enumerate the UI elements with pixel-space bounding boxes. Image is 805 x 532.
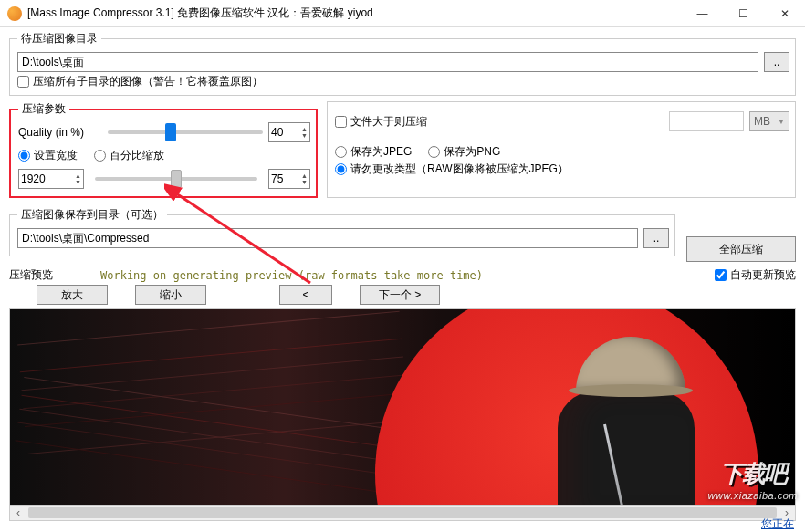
browse-source-button[interactable]: .. xyxy=(764,52,789,72)
size-filter-label: 文件大于则压缩 xyxy=(350,114,427,130)
radio-png-row[interactable]: 保存为PNG xyxy=(428,144,500,160)
watermark: 下载吧 www.xiazaiba.com xyxy=(708,458,798,501)
source-dir-legend: 待压缩图像目录 xyxy=(17,31,101,47)
radio-keep-label: 请勿更改类型（RAW图像将被压缩为JPEG） xyxy=(350,162,569,177)
percent-slider[interactable] xyxy=(95,177,257,181)
horizontal-scrollbar[interactable]: ‹ › xyxy=(9,505,796,521)
zoom-out-button[interactable]: 缩小 xyxy=(135,285,206,305)
percent-spinner[interactable]: 75 ▲▼ xyxy=(268,169,310,189)
quality-slider[interactable] xyxy=(108,130,263,134)
spinner-arrows-icon[interactable]: ▲▼ xyxy=(301,172,308,185)
subdirs-label: 压缩所有子目录的图像（警告！它将覆盖原图） xyxy=(33,74,263,89)
radio-png[interactable] xyxy=(428,146,440,158)
zoom-in-button[interactable]: 放大 xyxy=(37,285,108,305)
compress-all-button[interactable]: 全部压缩 xyxy=(686,236,796,262)
source-path-input[interactable] xyxy=(17,52,758,72)
output-dir-legend: 压缩图像保存到目录（可选） xyxy=(17,207,167,223)
radio-percent-row[interactable]: 百分比缩放 xyxy=(94,148,164,163)
subdirs-checkbox-row[interactable]: 压缩所有子目录的图像（警告！它将覆盖原图） xyxy=(17,74,789,89)
size-filter-input xyxy=(669,111,744,131)
radio-jpeg[interactable] xyxy=(335,146,347,158)
source-dir-group: 待压缩图像目录 .. 压缩所有子目录的图像（警告！它将覆盖原图） xyxy=(9,31,796,96)
quality-value: 40 xyxy=(271,126,283,139)
auto-update-label: 自动更新预览 xyxy=(730,267,796,283)
minimize-button[interactable]: — xyxy=(682,0,723,27)
spinner-arrows-icon[interactable]: ▲▼ xyxy=(301,126,308,139)
window-title: [Mass Image Compressor 3.1] 免费图像压缩软件 汉化：… xyxy=(27,5,682,21)
next-image-button[interactable]: 下一个 > xyxy=(360,285,440,305)
radio-png-label: 保存为PNG xyxy=(444,144,500,160)
radio-keep[interactable] xyxy=(335,163,347,175)
radio-keep-row[interactable]: 请勿更改类型（RAW图像将被压缩为JPEG） xyxy=(335,162,569,177)
subdirs-checkbox[interactable] xyxy=(17,76,29,88)
browse-output-button[interactable]: .. xyxy=(643,228,669,248)
compress-params-group: 压缩参数 Quality (in %) 40 ▲▼ 设置宽度 百分比缩放 xyxy=(9,101,318,198)
width-spinner[interactable]: 1920 ▲▼ xyxy=(18,169,84,189)
quality-spinner[interactable]: 40 ▲▼ xyxy=(268,122,310,142)
size-unit-select[interactable]: MB ▼ xyxy=(749,111,789,131)
scrollbar-thumb[interactable] xyxy=(28,507,777,518)
percent-value: 75 xyxy=(271,172,283,185)
output-dir-group: 压缩图像保存到目录（可选） .. xyxy=(9,207,675,256)
maximize-button[interactable]: ☐ xyxy=(723,0,764,27)
radio-set-width-row[interactable]: 设置宽度 xyxy=(18,148,78,163)
spinner-arrows-icon[interactable]: ▲▼ xyxy=(75,172,81,185)
scroll-left-button[interactable]: ‹ xyxy=(10,506,26,520)
params-legend: 压缩参数 xyxy=(18,101,69,117)
radio-percent-label: 百分比缩放 xyxy=(110,148,164,163)
close-button[interactable]: ✕ xyxy=(764,0,805,27)
size-filter-checkbox[interactable] xyxy=(335,116,347,128)
preview-group: 压缩预览 Working on generating preview (raw … xyxy=(9,266,796,520)
quality-label: Quality (in %) xyxy=(18,126,102,139)
width-value: 1920 xyxy=(21,172,46,185)
size-unit-label: MB xyxy=(754,115,770,128)
app-icon xyxy=(7,6,22,21)
watermark-logo: 下载吧 xyxy=(720,458,786,490)
output-path-input[interactable] xyxy=(17,228,638,248)
size-filter-row[interactable]: 文件大于则压缩 xyxy=(335,114,427,130)
output-options-group: 文件大于则压缩 MB ▼ 保存为JPEG 保存为PNG xyxy=(327,101,796,198)
radio-set-width[interactable] xyxy=(18,150,30,162)
watermark-url: www.xiazaiba.com xyxy=(708,490,798,501)
auto-update-checkbox[interactable] xyxy=(715,269,727,281)
chevron-down-icon: ▼ xyxy=(778,118,785,126)
footer-link[interactable]: 您正在 xyxy=(761,516,794,532)
prev-image-button[interactable]: < xyxy=(279,285,332,305)
radio-jpeg-row[interactable]: 保存为JPEG xyxy=(335,144,412,160)
auto-update-row[interactable]: 自动更新预览 xyxy=(715,267,796,283)
preview-status: Working on generating preview (raw forma… xyxy=(100,269,483,282)
radio-set-width-label: 设置宽度 xyxy=(34,148,78,163)
radio-percent-scale[interactable] xyxy=(94,150,106,162)
radio-jpeg-label: 保存为JPEG xyxy=(350,144,412,160)
preview-legend: 压缩预览 xyxy=(9,267,53,283)
preview-image xyxy=(9,308,796,520)
